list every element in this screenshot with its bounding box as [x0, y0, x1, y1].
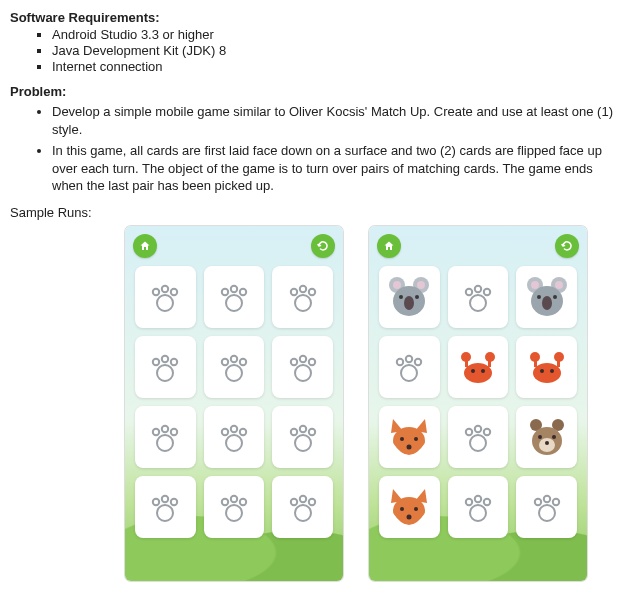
game-card[interactable]	[272, 406, 333, 468]
paw-icon	[286, 280, 320, 314]
fox-icon	[387, 415, 431, 459]
paw-icon	[148, 490, 182, 524]
game-card[interactable]	[272, 336, 333, 398]
heading-software-requirements: Software Requirements:	[10, 10, 618, 25]
card-grid	[379, 266, 577, 538]
paw-icon	[392, 350, 426, 384]
game-card[interactable]	[379, 336, 440, 398]
game-card[interactable]	[204, 336, 265, 398]
fox-icon	[387, 485, 431, 529]
paw-icon	[217, 490, 251, 524]
home-icon	[139, 240, 151, 252]
game-card[interactable]	[379, 476, 440, 538]
software-requirements-list: Android Studio 3.3 or higher Java Develo…	[10, 27, 618, 74]
paw-icon	[286, 420, 320, 454]
crab-icon	[456, 345, 500, 389]
game-card[interactable]	[448, 266, 509, 328]
game-card[interactable]	[516, 406, 577, 468]
problem-list: Develop a simple mobile game similar to …	[10, 103, 618, 195]
paw-icon	[286, 490, 320, 524]
phone-screenshot-2	[369, 226, 587, 581]
refresh-button[interactable]	[555, 234, 579, 258]
koala-icon	[387, 275, 431, 319]
game-card[interactable]	[272, 266, 333, 328]
bear-icon	[525, 415, 569, 459]
list-item: Internet connection	[52, 59, 618, 74]
list-item: Java Development Kit (JDK) 8	[52, 43, 618, 58]
game-card[interactable]	[204, 406, 265, 468]
crab-icon	[525, 345, 569, 389]
game-card[interactable]	[135, 406, 196, 468]
list-item: In this game, all cards are first laid f…	[52, 142, 618, 195]
paw-icon	[148, 280, 182, 314]
game-card[interactable]	[135, 336, 196, 398]
game-card[interactable]	[204, 476, 265, 538]
home-button[interactable]	[133, 234, 157, 258]
paw-icon	[217, 420, 251, 454]
paw-icon	[286, 350, 320, 384]
app-topbar	[377, 234, 579, 258]
refresh-icon	[317, 240, 329, 252]
game-card[interactable]	[516, 476, 577, 538]
list-item: Android Studio 3.3 or higher	[52, 27, 618, 42]
paw-icon	[461, 420, 495, 454]
heading-problem: Problem:	[10, 84, 618, 99]
heading-sample-runs: Sample Runs:	[10, 205, 618, 220]
list-item: Develop a simple mobile game similar to …	[52, 103, 618, 138]
sample-runs-row	[10, 226, 618, 581]
paw-icon	[217, 280, 251, 314]
paw-icon	[217, 350, 251, 384]
game-card[interactable]	[379, 266, 440, 328]
home-button[interactable]	[377, 234, 401, 258]
game-card[interactable]	[379, 406, 440, 468]
paw-icon	[461, 490, 495, 524]
app-topbar	[133, 234, 335, 258]
game-card[interactable]	[516, 266, 577, 328]
game-card[interactable]	[272, 476, 333, 538]
phone-screenshot-1	[125, 226, 343, 581]
game-card[interactable]	[448, 336, 509, 398]
paw-icon	[461, 280, 495, 314]
home-icon	[383, 240, 395, 252]
paw-icon	[148, 350, 182, 384]
card-grid	[135, 266, 333, 538]
game-card[interactable]	[516, 336, 577, 398]
paw-icon	[530, 490, 564, 524]
refresh-button[interactable]	[311, 234, 335, 258]
game-card[interactable]	[448, 406, 509, 468]
refresh-icon	[561, 240, 573, 252]
paw-icon	[148, 420, 182, 454]
game-card[interactable]	[135, 476, 196, 538]
game-card[interactable]	[448, 476, 509, 538]
koala-icon	[525, 275, 569, 319]
game-card[interactable]	[135, 266, 196, 328]
game-card[interactable]	[204, 266, 265, 328]
